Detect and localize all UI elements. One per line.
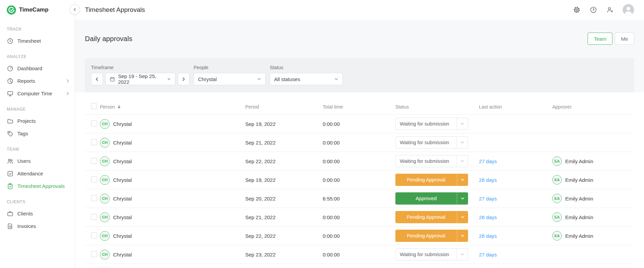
clock-icon <box>7 38 14 44</box>
column-header-label: Approver <box>552 104 572 110</box>
sidebar-item-label: Clients <box>17 211 33 216</box>
status-cell: Pending Approval <box>395 211 479 223</box>
table-body: CHChrystalSep 19, 20220:00:00Waiting for… <box>85 115 634 264</box>
row-checkbox[interactable] <box>91 176 97 183</box>
table-row: CHChrystalSep 19, 20220:00:00Waiting for… <box>85 115 634 133</box>
total-time-cell: 0:00:00 <box>323 158 395 164</box>
timeframe-label: Timeframe <box>91 65 190 70</box>
status-cell: Waiting for submission <box>395 136 479 149</box>
sidebar-collapse-button[interactable] <box>70 4 80 15</box>
person-cell: CHChrystal <box>100 119 245 129</box>
person-name: Chrystal <box>113 233 132 239</box>
status-cell: Waiting for submission <box>395 118 479 130</box>
last-action-link[interactable]: 28 days <box>479 177 497 183</box>
settings-gear-icon[interactable] <box>573 6 581 14</box>
column-header-period[interactable]: Period <box>245 104 323 110</box>
status-dropdown[interactable]: Pending Approval <box>395 211 468 223</box>
column-header-last-action[interactable]: Last action <box>479 104 552 110</box>
column-header-label: Period <box>245 104 259 110</box>
column-header-label: Status <box>395 104 409 110</box>
status-dropdown[interactable]: Pending Approval <box>395 230 468 242</box>
approver-name: Emily Admin <box>565 214 593 220</box>
select-all-checkbox[interactable] <box>91 103 97 109</box>
sidebar-item-label: Dashboard <box>17 65 42 71</box>
total-time-cell: 0:00:00 <box>323 214 395 220</box>
row-checkbox[interactable] <box>91 158 97 164</box>
column-header-person[interactable]: Person <box>100 104 245 110</box>
prev-period-button[interactable] <box>91 73 103 85</box>
status-dropdown[interactable]: Waiting for submission <box>395 118 468 130</box>
row-checkbox[interactable] <box>91 214 97 220</box>
status-dropdown[interactable]: Waiting for submission <box>395 136 468 149</box>
status-dropdown[interactable]: Waiting for submission <box>395 155 468 167</box>
approver-name: Emily Admin <box>565 233 593 239</box>
row-checkbox[interactable] <box>91 251 97 257</box>
chevron-down-icon[interactable] <box>457 249 468 260</box>
sidebar-item-projects[interactable]: Projects <box>0 115 75 127</box>
last-action-cell: 28 days <box>479 214 552 220</box>
sidebar-item-attendance[interactable]: Attendance <box>0 167 75 180</box>
main-area: Timesheet Approvals ? Daily approvals <box>75 0 644 268</box>
sidebar-item-computer-time[interactable]: Computer Time <box>0 87 75 100</box>
sidebar-item-label: Timesheet <box>17 38 41 44</box>
people-select[interactable]: Chrystal <box>194 73 266 85</box>
sidebar-item-label: Reports <box>17 78 35 84</box>
status-cell: Waiting for submission <box>395 248 479 261</box>
column-header-status[interactable]: Status <box>395 104 479 110</box>
column-header-total-time[interactable]: Total time <box>323 104 395 110</box>
sidebar-item-clients[interactable]: Clients <box>0 207 75 220</box>
chevron-down-icon[interactable] <box>457 192 468 205</box>
sidebar-item-tags[interactable]: Tags <box>0 127 75 140</box>
toggle-me-button[interactable]: Me <box>615 33 634 45</box>
last-action-link[interactable]: 27 days <box>479 252 497 257</box>
app-logo[interactable]: TimeCamp <box>0 0 75 20</box>
invite-user-icon[interactable] <box>606 6 614 14</box>
toggle-team-button[interactable]: Team <box>588 33 612 45</box>
person-name: Chrystal <box>113 252 132 257</box>
user-avatar[interactable] <box>623 4 634 16</box>
last-action-link[interactable]: 27 days <box>479 158 497 164</box>
status-dropdown[interactable]: Pending Approval <box>395 174 468 186</box>
status-label: Pending Approval <box>395 211 457 223</box>
status-dropdown[interactable]: Approved <box>395 192 468 205</box>
chevron-down-icon <box>257 77 261 81</box>
help-icon[interactable]: ? <box>589 6 597 14</box>
row-checkbox[interactable] <box>91 232 97 238</box>
chevron-down-icon[interactable] <box>457 155 468 167</box>
last-action-cell: 27 days <box>479 252 552 257</box>
sidebar-item-timesheet-approvals[interactable]: Timesheet Approvals <box>0 180 75 192</box>
status-select-value: All statuses <box>274 76 300 82</box>
chevron-down-icon[interactable] <box>457 137 468 148</box>
next-period-button[interactable] <box>178 73 190 85</box>
column-header-approver[interactable]: Approver <box>552 104 628 110</box>
date-range-select[interactable]: Sep 19 - Sep 25, 2022 <box>105 73 175 85</box>
sidebar-item-timesheet[interactable]: Timesheet <box>0 35 75 47</box>
row-checkbox[interactable] <box>91 139 97 145</box>
chevron-down-icon[interactable] <box>457 230 468 242</box>
reports-icon <box>7 78 14 84</box>
approver-cell: EAEmily Admin <box>552 231 628 241</box>
chevron-down-icon[interactable] <box>457 211 468 223</box>
sidebar-item-invoices[interactable]: Invoices <box>0 220 75 232</box>
sidebar-section-track: TRACKTimesheet <box>0 20 75 47</box>
sidebar-section-label: TEAM <box>0 140 75 155</box>
total-time-cell: 0:00:00 <box>323 140 395 146</box>
last-action-link[interactable]: 28 days <box>479 214 497 220</box>
date-range-value: Sep 19 - Sep 25, 2022 <box>118 73 164 85</box>
row-checkbox[interactable] <box>91 120 97 127</box>
status-dropdown[interactable]: Waiting for submission <box>395 248 468 261</box>
chevron-down-icon[interactable] <box>457 174 468 186</box>
sidebar-item-users[interactable]: Users <box>0 155 75 167</box>
period-cell: Sep 19, 2022 <box>245 121 323 127</box>
last-action-link[interactable]: 28 days <box>479 233 497 239</box>
sort-descending-icon[interactable] <box>117 104 121 109</box>
sidebar-item-reports[interactable]: Reports <box>0 75 75 87</box>
row-checkbox[interactable] <box>91 195 97 201</box>
chevron-down-icon[interactable] <box>457 118 468 130</box>
sidebar-item-dashboard[interactable]: Dashboard <box>0 62 75 75</box>
last-action-link[interactable]: 27 days <box>479 196 497 202</box>
status-select-filter[interactable]: All statuses <box>270 73 343 85</box>
sidebar-item-label: Attendance <box>17 171 43 176</box>
approver-avatar: EA <box>552 231 562 241</box>
approver-avatar: EA <box>552 212 562 222</box>
